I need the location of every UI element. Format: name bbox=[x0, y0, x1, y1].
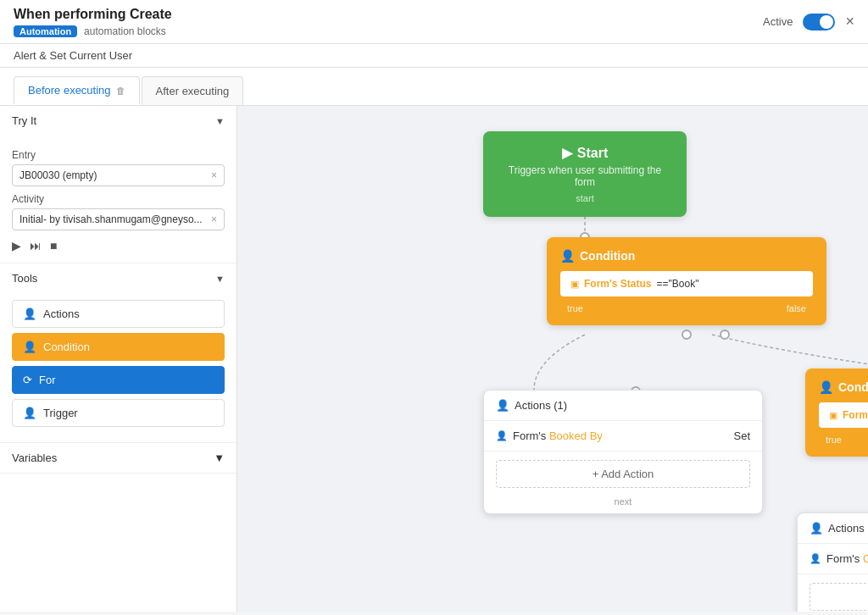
active-label: Active bbox=[763, 15, 793, 28]
svg-point-2 bbox=[682, 330, 691, 339]
tool-actions[interactable]: 👤 Actions bbox=[12, 300, 225, 328]
tab-after-executing[interactable]: After executing bbox=[142, 76, 244, 105]
start-node-title: ▶ Start bbox=[500, 145, 670, 161]
try-it-body: Entry JB00030 (empty) × Activity Initial… bbox=[0, 136, 236, 263]
actions-node-1: 👤 Actions (1) 👤 Form's Booked By Set + A… bbox=[483, 390, 763, 514]
actions-1-set-label: Set bbox=[733, 429, 750, 442]
variables-section: Variables ▼ bbox=[0, 443, 236, 474]
close-button[interactable]: × bbox=[845, 13, 854, 30]
automation-blocks-label: automation blocks bbox=[84, 25, 166, 37]
tab-before-delete[interactable]: 🗑 bbox=[116, 86, 125, 96]
tool-trigger-label: Trigger bbox=[43, 407, 78, 419]
trigger-icon: 👤 bbox=[23, 407, 36, 419]
try-it-section: Try It ▼ Entry JB00030 (empty) × Activit… bbox=[0, 106, 236, 263]
actions-1-row-label: Form's Booked By bbox=[513, 429, 603, 442]
condition-1-title: 👤 Condition bbox=[560, 249, 813, 263]
condition-1-labels: true false bbox=[560, 303, 813, 313]
canvas: ▶ Start Triggers when user submitting th… bbox=[237, 106, 868, 612]
condition-icon: 👤 bbox=[23, 341, 36, 353]
start-play-icon: ▶ bbox=[562, 145, 572, 161]
tool-for-label: For bbox=[39, 374, 56, 386]
next-label-1: next bbox=[484, 496, 762, 513]
play-button[interactable]: ▶ bbox=[12, 239, 21, 252]
actions-2-field-icon: 👤 bbox=[810, 553, 821, 564]
condition-1-true: true bbox=[567, 303, 583, 313]
condition-node-2: 👤 Condition ▣ Form's Status =="Confirm" … bbox=[805, 368, 868, 457]
canvas-inner: ▶ Start Triggers when user submitting th… bbox=[237, 106, 868, 612]
actions-node-2: 👤 Actions (1) 👤 Form's Confirmed By Set … bbox=[797, 512, 868, 612]
actions-1-icon: 👤 bbox=[496, 399, 509, 412]
tool-actions-label: Actions bbox=[43, 308, 80, 320]
entry-clear-icon[interactable]: × bbox=[211, 169, 217, 181]
actions-2-row-left: 👤 Form's Confirmed By bbox=[810, 552, 868, 565]
variables-arrow: ▼ bbox=[214, 452, 225, 464]
playback-controls: ▶ ⏭ ■ bbox=[12, 239, 225, 252]
actions-2-row: 👤 Form's Confirmed By Set bbox=[798, 544, 868, 574]
start-node: ▶ Start Triggers when user submitting th… bbox=[483, 131, 687, 217]
entry-value: JB00030 (empty) bbox=[19, 169, 211, 181]
entry-label: Entry bbox=[12, 149, 225, 161]
actions-2-row-label: Form's Confirmed By bbox=[826, 552, 868, 565]
tabs-bar: Before executing 🗑 After executing bbox=[0, 68, 868, 106]
start-connector-label: start bbox=[500, 193, 670, 203]
actions-1-header: 👤 Actions (1) bbox=[484, 391, 762, 421]
condition-2-icon: 👤 bbox=[819, 380, 833, 394]
tools-header[interactable]: Tools ▼ bbox=[0, 263, 236, 293]
condition-2-field-label: Form's Status bbox=[843, 409, 868, 421]
add-action-button-2[interactable]: + Add Action bbox=[810, 583, 868, 611]
condition-2-title: 👤 Condition bbox=[819, 380, 868, 394]
top-badges: Automation automation blocks bbox=[14, 25, 172, 37]
tools-section: Tools ▼ 👤 Actions 👤 Condition ⟳ For 👤 bbox=[0, 263, 236, 443]
left-panel: Try It ▼ Entry JB00030 (empty) × Activit… bbox=[0, 106, 237, 612]
condition-1-icon: 👤 bbox=[560, 249, 575, 263]
actions-1-field-name: Booked By bbox=[549, 429, 603, 442]
actions-1-field-icon: 👤 bbox=[496, 430, 508, 441]
activity-clear-icon[interactable]: × bbox=[211, 213, 217, 225]
condition-1-field: ▣ Form's Status =="Book" bbox=[560, 271, 813, 296]
condition-1-false: false bbox=[787, 303, 806, 313]
try-it-header[interactable]: Try It ▼ bbox=[0, 106, 236, 136]
condition-1-field-icon: ▣ bbox=[570, 279, 579, 290]
activity-label: Activity bbox=[12, 193, 225, 205]
try-it-arrow: ▼ bbox=[215, 116, 225, 126]
actions-2-header: 👤 Actions (1) bbox=[798, 513, 868, 544]
condition-2-labels: true false bbox=[819, 435, 868, 445]
tool-condition[interactable]: 👤 Condition bbox=[12, 333, 225, 361]
activity-value: Initial- by tivisah.shanmugam@gneyso... bbox=[19, 213, 211, 225]
condition-1-field-op: =="Book" bbox=[657, 278, 699, 290]
actions-icon: 👤 bbox=[23, 308, 36, 320]
try-it-label: Try It bbox=[12, 114, 36, 127]
actions-1-row-left: 👤 Form's Booked By bbox=[496, 429, 603, 442]
step-button[interactable]: ⏭ bbox=[30, 239, 42, 252]
tools-body: 👤 Actions 👤 Condition ⟳ For 👤 Trigger bbox=[0, 293, 236, 442]
condition-2-field: ▣ Form's Status =="Confirm" bbox=[819, 402, 868, 428]
start-node-subtitle: Triggers when user submitting the form bbox=[500, 164, 670, 188]
condition-2-true: true bbox=[826, 435, 842, 445]
activity-input[interactable]: Initial- by tivisah.shanmugam@gneyso... … bbox=[12, 208, 225, 230]
tool-condition-label: Condition bbox=[43, 341, 90, 353]
main-layout: Try It ▼ Entry JB00030 (empty) × Activit… bbox=[0, 106, 868, 612]
automation-badge: Automation bbox=[14, 25, 77, 37]
actions-2-icon: 👤 bbox=[810, 522, 823, 535]
entry-input[interactable]: JB00030 (empty) × bbox=[12, 164, 225, 186]
tool-for[interactable]: ⟳ For bbox=[12, 366, 225, 394]
page-title: When performing Create bbox=[14, 7, 172, 22]
top-bar-left: When performing Create Automation automa… bbox=[14, 7, 172, 37]
tab-before-executing[interactable]: Before executing 🗑 bbox=[14, 76, 140, 105]
condition-node-1: 👤 Condition ▣ Form's Status =="Book" tru… bbox=[547, 237, 826, 325]
add-action-button-1[interactable]: + Add Action bbox=[496, 460, 750, 488]
for-icon: ⟳ bbox=[23, 374, 32, 386]
condition-1-field-label: Form's Status bbox=[584, 278, 652, 290]
top-bar: When performing Create Automation automa… bbox=[0, 0, 868, 44]
tool-trigger[interactable]: 👤 Trigger bbox=[12, 399, 225, 427]
sub-bar: Alert & Set Current User bbox=[0, 44, 868, 68]
condition-2-field-icon: ▣ bbox=[829, 410, 837, 421]
active-toggle[interactable] bbox=[803, 14, 835, 30]
variables-header[interactable]: Variables ▼ bbox=[0, 443, 236, 473]
tab-after-label: After executing bbox=[156, 85, 230, 97]
stop-button[interactable]: ■ bbox=[50, 239, 57, 252]
top-bar-right: Active × bbox=[763, 13, 854, 30]
tab-before-label: Before executing bbox=[28, 84, 111, 97]
svg-point-3 bbox=[721, 330, 729, 339]
actions-2-field-name: Confirmed By bbox=[863, 552, 868, 565]
